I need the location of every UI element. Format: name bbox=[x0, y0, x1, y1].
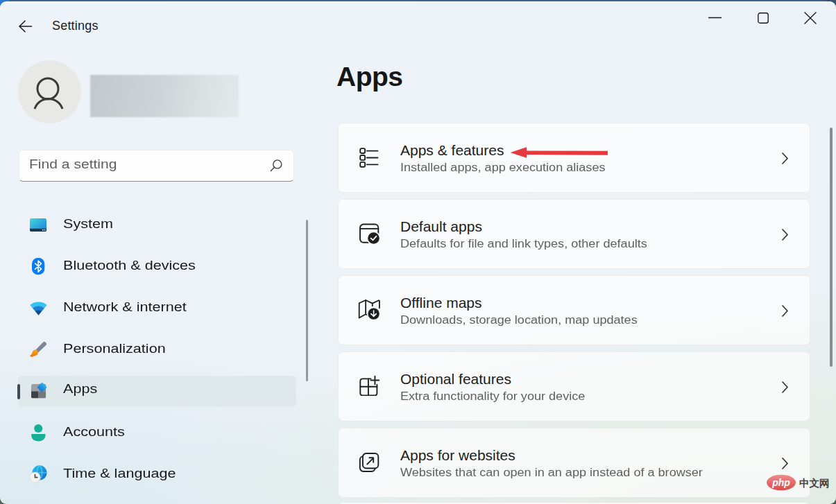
svg-text:php: php bbox=[771, 477, 790, 488]
svg-text:中文网: 中文网 bbox=[799, 478, 830, 489]
